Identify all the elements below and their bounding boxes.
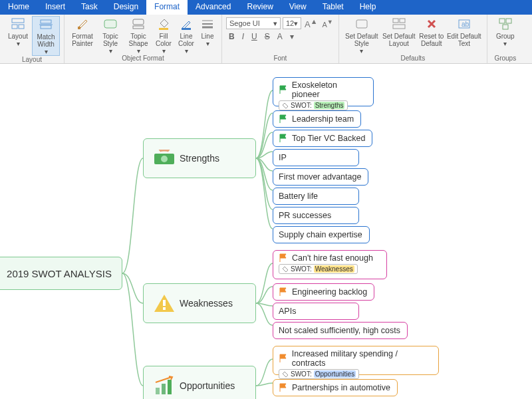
topic-strengths-item-6[interactable]: PR successes bbox=[273, 207, 359, 224]
topic-opportunities-item-1[interactable]: Partnerships in automotive bbox=[273, 379, 398, 396]
font-name-select[interactable]: Segoe UI▾ bbox=[226, 17, 281, 29]
topic-strengths[interactable]: Strengths bbox=[143, 138, 256, 178]
topic-weaknesses-item-2[interactable]: APIs bbox=[273, 303, 359, 320]
set-default-style-button[interactable]: Set Default Style▾ bbox=[343, 16, 380, 55]
menu-task[interactable]: Task bbox=[73, 0, 106, 15]
group-label-object-format: Object Format bbox=[68, 55, 217, 63]
group-label-font: Font bbox=[226, 55, 334, 63]
fill-color-button[interactable]: Fill Color▾ bbox=[152, 16, 175, 55]
tag-icon bbox=[282, 266, 289, 273]
menu-help[interactable]: Help bbox=[352, 0, 384, 15]
svg-rect-1 bbox=[12, 25, 17, 29]
growth-chart-icon bbox=[153, 374, 176, 397]
menu-bar: Home Insert Task Design Format Advanced … bbox=[0, 0, 532, 15]
menu-insert[interactable]: Insert bbox=[37, 0, 73, 15]
svg-rect-23 bbox=[503, 25, 508, 29]
group-layout: Layout▾ Match Width▾ Layout bbox=[0, 15, 65, 63]
swot-tag: SWOT:Weaknesses bbox=[279, 264, 358, 274]
layout-icon bbox=[11, 17, 25, 31]
strike-button[interactable]: S bbox=[262, 32, 273, 41]
svg-rect-15 bbox=[356, 20, 367, 28]
svg-rect-26 bbox=[163, 300, 166, 306]
line-color-button[interactable]: Line Color▾ bbox=[175, 16, 198, 55]
topic-weaknesses-item-3[interactable]: Not scaled sufficiently, high costs bbox=[273, 322, 408, 339]
swot-tag: SWOT:Opportunities bbox=[279, 369, 359, 379]
topic-weaknesses[interactable]: Weaknesses bbox=[143, 283, 256, 323]
topic-strengths-item-4[interactable]: First mover advantage bbox=[273, 168, 368, 186]
svg-text:ab: ab bbox=[462, 21, 469, 28]
bucket-icon bbox=[157, 17, 170, 31]
svg-rect-7 bbox=[104, 20, 116, 28]
menu-design[interactable]: Design bbox=[106, 0, 146, 15]
svg-rect-4 bbox=[41, 25, 51, 29]
svg-rect-2 bbox=[19, 25, 24, 29]
topic-strengths-item-0[interactable]: Exoskeleton pioneer SWOT:Strengths bbox=[273, 77, 374, 106]
svg-rect-6 bbox=[78, 27, 80, 29]
style-default-icon bbox=[355, 17, 368, 31]
topic-strengths-item-3[interactable]: IP bbox=[273, 149, 359, 166]
svg-rect-9 bbox=[133, 26, 144, 29]
svg-rect-21 bbox=[499, 19, 505, 23]
grow-font-button[interactable]: A▲ bbox=[303, 17, 319, 29]
svg-rect-29 bbox=[162, 384, 166, 394]
svg-rect-17 bbox=[400, 19, 405, 23]
format-painter-button[interactable]: Format Painter bbox=[68, 16, 96, 47]
svg-rect-8 bbox=[133, 19, 144, 25]
layout-button[interactable]: Layout▾ bbox=[4, 16, 32, 47]
svg-rect-10 bbox=[159, 28, 168, 30]
menu-advanced[interactable]: Advanced bbox=[188, 0, 239, 15]
font-color-button[interactable]: A bbox=[275, 32, 285, 41]
shrink-font-button[interactable]: A▼ bbox=[321, 19, 334, 29]
svg-rect-11 bbox=[182, 28, 191, 30]
group-font: Segoe UI▾ 12▾ A▲ A▼ B I U S A▾ Font bbox=[222, 15, 339, 63]
svg-point-25 bbox=[161, 156, 168, 162]
flag-icon bbox=[279, 114, 288, 124]
menu-review[interactable]: Review bbox=[239, 0, 281, 15]
menu-format[interactable]: Format bbox=[146, 0, 188, 15]
mindmap-canvas[interactable]: 2019 SWOT ANALYSIS Strengths Exoskeleton… bbox=[0, 64, 532, 399]
edit-default-text-button[interactable]: abEdit Default Text bbox=[446, 16, 483, 47]
topic-weaknesses-item-1[interactable]: Engineering backlog bbox=[273, 283, 374, 301]
svg-rect-27 bbox=[163, 307, 166, 310]
match-width-button[interactable]: Match Width▾ bbox=[32, 16, 60, 56]
line-button[interactable]: Line▾ bbox=[198, 16, 217, 47]
bold-button[interactable]: B bbox=[226, 32, 237, 41]
topic-strengths-item-2[interactable]: Top Tier VC Backed bbox=[273, 130, 372, 147]
line-icon bbox=[201, 17, 214, 31]
menu-view[interactable]: View bbox=[281, 0, 315, 15]
set-default-layout-button[interactable]: Set Default Layout bbox=[380, 16, 418, 47]
group-groups: Group▾ Groups bbox=[487, 15, 523, 63]
swot-tag: SWOT:Strengths bbox=[279, 100, 348, 110]
italic-button[interactable]: I bbox=[239, 32, 247, 41]
flag-icon bbox=[279, 134, 288, 143]
topic-strengths-item-5[interactable]: Battery life bbox=[273, 188, 359, 205]
paintbrush-icon bbox=[76, 17, 89, 31]
group-defaults: Set Default Style▾ Set Default Layout Re… bbox=[339, 15, 487, 63]
flag-icon bbox=[279, 253, 288, 263]
topic-weaknesses-item-0[interactable]: Can't hire fast enough SWOT:Weaknesses bbox=[273, 250, 387, 279]
pen-icon bbox=[180, 17, 193, 31]
topic-strengths-item-1[interactable]: Leadership team bbox=[273, 110, 361, 128]
group-label-groups: Groups bbox=[491, 55, 519, 63]
connector-lines bbox=[0, 64, 532, 399]
topic-opportunities-item-0[interactable]: Increased military spending / contracts … bbox=[273, 346, 439, 375]
root-topic[interactable]: 2019 SWOT ANALYSIS bbox=[0, 257, 122, 290]
underline-button[interactable]: U bbox=[249, 32, 260, 41]
svg-rect-16 bbox=[393, 19, 398, 23]
menu-home[interactable]: Home bbox=[0, 0, 37, 15]
topic-shape-button[interactable]: Topic Shape▾ bbox=[124, 16, 152, 55]
group-label-defaults: Defaults bbox=[343, 55, 483, 63]
topic-strengths-item-7[interactable]: Supply chain expertise bbox=[273, 226, 370, 243]
font-size-select[interactable]: 12▾ bbox=[283, 17, 301, 29]
reset-icon bbox=[425, 17, 438, 31]
menu-tablet[interactable]: Tablet bbox=[315, 0, 352, 15]
tag-icon bbox=[282, 371, 289, 378]
reset-default-button[interactable]: Reset to Default bbox=[418, 16, 446, 47]
svg-rect-0 bbox=[12, 19, 24, 23]
flag-icon bbox=[279, 85, 288, 94]
topic-style-button[interactable]: Topic Style▾ bbox=[96, 16, 124, 55]
flag-icon bbox=[279, 354, 288, 363]
layout-default-icon bbox=[392, 17, 406, 31]
topic-opportunities[interactable]: Opportunities bbox=[143, 366, 256, 399]
group-button[interactable]: Group▾ bbox=[491, 16, 519, 47]
